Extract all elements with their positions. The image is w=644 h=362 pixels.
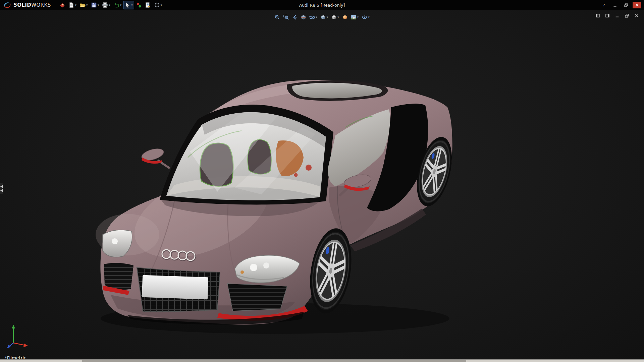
document-window-controls bbox=[594, 13, 640, 19]
hide-show-items-button[interactable]: ▾ bbox=[309, 13, 318, 21]
save-document-button[interactable]: ▾ bbox=[90, 1, 100, 9]
view-orientation-dropdown[interactable]: ▾ bbox=[327, 16, 328, 19]
print-document-icon bbox=[102, 2, 108, 8]
options-dropdown[interactable]: ▾ bbox=[161, 4, 162, 7]
brand-text-light: WORKS bbox=[31, 2, 51, 8]
brand-text: SOLIDWORKS bbox=[13, 2, 51, 8]
print-document-button[interactable]: ▾ bbox=[101, 1, 111, 9]
solidworks-brand: SOLIDWORKS bbox=[0, 0, 51, 10]
display-style-icon bbox=[331, 14, 337, 20]
hide-show-items-icon bbox=[309, 14, 315, 20]
view-settings-dropdown[interactable]: ▾ bbox=[368, 16, 370, 19]
open-document-button[interactable]: ▾ bbox=[78, 1, 89, 9]
view-settings-button[interactable]: ▾ bbox=[361, 13, 370, 21]
options-icon bbox=[154, 2, 160, 8]
menu-flyout-button[interactable] bbox=[58, 1, 66, 9]
rebuild-button[interactable] bbox=[135, 1, 143, 9]
minimize-window-button[interactable] bbox=[610, 2, 619, 8]
license-plate[interactable] bbox=[142, 275, 208, 300]
apply-scene-icon bbox=[351, 14, 357, 20]
zoom-to-fit-button[interactable] bbox=[274, 13, 281, 21]
restore-document-icon bbox=[625, 13, 629, 18]
show-task-pane-icon bbox=[605, 13, 610, 18]
restore-window-icon bbox=[624, 3, 628, 7]
view-settings-icon bbox=[362, 14, 367, 20]
edit-appearance-icon bbox=[342, 14, 348, 20]
help-icon: ? bbox=[602, 3, 606, 7]
view-orientation-icon bbox=[320, 14, 326, 20]
apply-scene-button[interactable]: ▾ bbox=[350, 13, 360, 21]
hide-show-items-dropdown[interactable]: ▾ bbox=[316, 16, 317, 19]
save-document-icon bbox=[91, 2, 97, 8]
file-properties-icon bbox=[145, 2, 151, 8]
section-view-icon bbox=[301, 14, 306, 20]
zoom-to-fit-icon bbox=[274, 14, 280, 20]
menu-flyout-icon bbox=[59, 2, 65, 8]
show-feature-pane-icon bbox=[595, 13, 600, 18]
orientation-triad bbox=[5, 323, 34, 351]
window-controls: ? bbox=[599, 0, 641, 10]
rebuild-icon bbox=[136, 2, 142, 8]
zoom-to-area-icon bbox=[283, 14, 289, 20]
new-document-button[interactable]: ▾ bbox=[67, 1, 78, 9]
minimize-window-icon bbox=[613, 3, 617, 7]
apply-scene-dropdown[interactable]: ▾ bbox=[357, 16, 359, 19]
close-window-icon bbox=[635, 3, 639, 7]
zoom-to-area-button[interactable] bbox=[282, 13, 289, 21]
triad-z-axis bbox=[7, 343, 13, 348]
edit-appearance-button[interactable] bbox=[341, 13, 348, 21]
restore-document-button[interactable] bbox=[624, 13, 630, 19]
front-grille[interactable] bbox=[136, 267, 221, 313]
new-document-icon bbox=[68, 2, 74, 8]
mirror-left[interactable] bbox=[140, 146, 170, 168]
title-bar: SOLIDWORKS ▾▾▾▾▾▾▾ Audi R8 S [Read-only]… bbox=[0, 0, 644, 10]
section-view-button[interactable] bbox=[300, 13, 307, 21]
dassault-systemes-logo bbox=[3, 1, 11, 9]
new-document-dropdown[interactable]: ▾ bbox=[75, 4, 77, 7]
display-style-button[interactable]: ▾ bbox=[330, 13, 340, 21]
open-document-icon bbox=[79, 2, 86, 8]
save-document-dropdown[interactable]: ▾ bbox=[98, 4, 99, 7]
options-button[interactable]: ▾ bbox=[153, 1, 163, 9]
previous-view-icon bbox=[292, 14, 298, 20]
rear-window[interactable] bbox=[287, 80, 388, 101]
undo-button[interactable]: ▾ bbox=[112, 1, 123, 9]
undo-icon bbox=[113, 2, 119, 8]
print-document-dropdown[interactable]: ▾ bbox=[109, 4, 110, 7]
intake-left[interactable] bbox=[103, 263, 135, 290]
close-window-button[interactable] bbox=[633, 2, 641, 8]
svg-text:?: ? bbox=[603, 3, 604, 7]
windshield[interactable] bbox=[160, 105, 333, 204]
headsup-view-toolbar: ▾▾▾▾▾ bbox=[274, 13, 370, 21]
select-dropdown[interactable]: ▾ bbox=[131, 4, 133, 7]
minimize-document-icon bbox=[615, 13, 620, 18]
intake-right[interactable] bbox=[225, 284, 288, 311]
status-bar bbox=[0, 359, 644, 362]
show-task-pane-button[interactable] bbox=[604, 13, 611, 19]
previous-view-button[interactable] bbox=[291, 13, 298, 21]
display-style-dropdown[interactable]: ▾ bbox=[337, 16, 339, 19]
graphics-area[interactable]: ▾▾▾▾▾ *Dimetric bbox=[0, 10, 644, 360]
help-button[interactable]: ? bbox=[599, 2, 608, 8]
select-button[interactable]: ▾ bbox=[123, 1, 134, 9]
brand-text-bold: SOLID bbox=[13, 2, 31, 8]
select-icon bbox=[124, 2, 130, 8]
view-orientation-button[interactable]: ▾ bbox=[320, 13, 329, 21]
restore-window-button[interactable] bbox=[622, 2, 630, 8]
open-document-dropdown[interactable]: ▾ bbox=[86, 4, 88, 7]
undo-dropdown[interactable]: ▾ bbox=[120, 4, 122, 7]
main-toolbar: ▾▾▾▾▾▾▾ bbox=[58, 1, 163, 9]
status-bar-segment bbox=[82, 360, 466, 362]
show-feature-pane-button[interactable] bbox=[594, 13, 601, 19]
triad-x-axis bbox=[13, 343, 28, 347]
file-properties-button[interactable] bbox=[144, 1, 152, 9]
model-render-audi-r8[interactable] bbox=[0, 10, 644, 360]
triad-y-axis bbox=[12, 325, 15, 343]
feature-panel-splitter[interactable] bbox=[0, 183, 3, 194]
close-document-button[interactable] bbox=[633, 13, 640, 19]
close-document-icon bbox=[634, 13, 639, 18]
minimize-document-button[interactable] bbox=[614, 13, 621, 19]
window-title: Audi R8 S [Read-only] bbox=[299, 0, 345, 10]
